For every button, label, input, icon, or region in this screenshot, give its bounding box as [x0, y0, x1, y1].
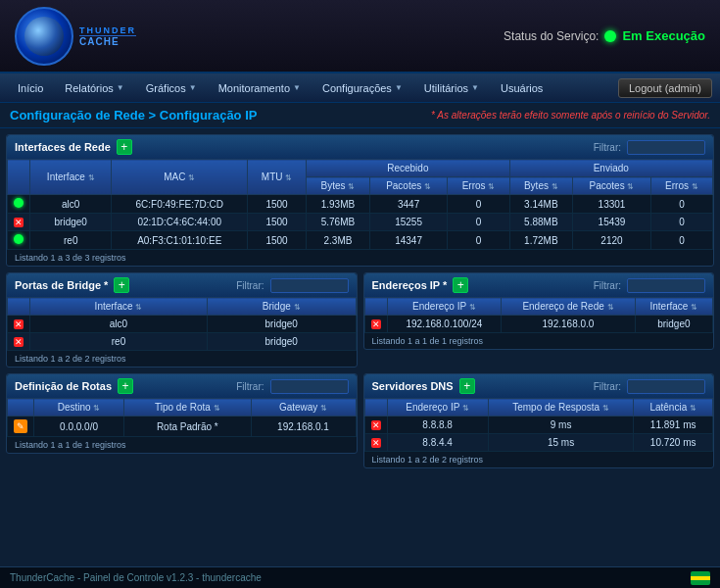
- cell-interface: re0: [30, 333, 208, 351]
- cell-gateway: 192.168.0.1: [251, 416, 356, 437]
- nav-relatorios[interactable]: Relatórios ▼: [55, 78, 133, 98]
- routes-table: Destino ⇅ Tipo de Rota ⇅ Gateway ⇅ ✎ 0.0…: [7, 398, 357, 437]
- cell-rx-packets: 15255: [369, 214, 448, 231]
- caret-icon: ▼: [471, 83, 479, 92]
- ip-header: Endereços IP * + Filtrar:: [364, 273, 714, 297]
- cell-rx-packets: 14347: [369, 231, 448, 250]
- edit-icon[interactable]: ✎: [14, 419, 27, 433]
- caret-icon: ▼: [117, 83, 124, 92]
- cell-latency: 11.891 ms: [634, 416, 713, 434]
- table-row: ✕ 8.8.8.8 9 ms 11.891 ms: [364, 416, 713, 434]
- table-row: ✕ alc0 bridge0: [8, 316, 357, 333]
- footer-text: ThunderCache - Painel de Controle v1.2.3…: [10, 572, 262, 583]
- bridge-panel: Portas de Bridge * + Filtrar: Interface …: [6, 272, 358, 368]
- caret-icon: ▼: [189, 83, 197, 92]
- dns-col: Servidores DNS + Filtrar: Endereço IP ⇅ …: [363, 373, 715, 474]
- cell-tx-packets: 15439: [573, 214, 651, 231]
- logout-button[interactable]: Logout (admin): [618, 78, 712, 98]
- bridge-header: Portas de Bridge * + Filtrar:: [7, 273, 357, 297]
- ip-filter-label: Filtrar:: [594, 280, 621, 291]
- cell-interface: bridge0: [30, 214, 112, 231]
- cell-rx-bytes: 1.93MB: [307, 195, 370, 214]
- logo-area: THUNDER CACHE: [15, 7, 136, 66]
- ip-listing: Listando 1 a 1 de 1 registros: [364, 333, 714, 349]
- status-label: Status do Serviço:: [504, 29, 599, 43]
- cell-ip: 192.168.0.100/24: [387, 316, 502, 333]
- middle-row: Portas de Bridge * + Filtrar: Interface …: [6, 272, 714, 373]
- table-row: re0 A0:F3:C1:01:10:EE 1500 2.3MB 14347 0…: [8, 231, 713, 250]
- footer: ThunderCache - Painel de Controle v1.2.3…: [0, 566, 720, 588]
- cell-mac: A0:F3:C1:01:10:EE: [112, 231, 248, 250]
- bridge-title: Portas de Bridge *: [15, 279, 108, 291]
- cell-rx-errors: 0: [448, 195, 509, 214]
- interfaces-filter-label: Filtrar:: [594, 142, 621, 153]
- cell-response: 15 ms: [488, 434, 634, 452]
- cell-interface: bridge0: [635, 316, 712, 333]
- ip-filter-input[interactable]: [627, 278, 705, 293]
- breadcrumb-bar: Configuração de Rede > Configuração IP *…: [0, 103, 720, 128]
- dns-table: Endereço IP ⇅ Tempo de Resposta ⇅ Latênc…: [364, 398, 714, 452]
- status-icon: ✕: [371, 319, 381, 329]
- status-icon: ✕: [14, 319, 24, 329]
- cell-tx-errors: 0: [650, 214, 712, 231]
- cell-destination: 0.0.0.0/0: [34, 416, 124, 437]
- dns-filter-input[interactable]: [627, 379, 705, 394]
- bridge-filter-input[interactable]: [270, 278, 349, 293]
- routes-filter-input[interactable]: [270, 379, 349, 394]
- dns-panel: Servidores DNS + Filtrar: Endereço IP ⇅ …: [363, 373, 715, 468]
- status-icon: ✕: [371, 438, 381, 448]
- status-indicator: [604, 30, 616, 42]
- status-value: Em Execução: [622, 28, 705, 43]
- routes-filter-label: Filtrar:: [236, 381, 264, 392]
- routes-listing: Listando 1 a 1 de 1 registros: [7, 437, 357, 453]
- interfaces-add-button[interactable]: +: [117, 139, 132, 155]
- nav-configuracoes[interactable]: Configurações ▼: [312, 78, 412, 98]
- bridge-table: Interface ⇅ Bridge ⇅ ✕ alc0 bridge0 ✕ re…: [7, 297, 357, 351]
- interfaces-filter-input[interactable]: [627, 140, 705, 155]
- cell-tx-packets: 2120: [573, 231, 651, 250]
- routes-add-button[interactable]: +: [118, 378, 133, 394]
- cell-rx-errors: 0: [448, 214, 509, 231]
- interfaces-listing: Listando 1 a 3 de 3 registros: [7, 250, 713, 266]
- nav-inicio[interactable]: Início: [8, 78, 53, 98]
- bridge-col: Portas de Bridge * + Filtrar: Interface …: [6, 272, 358, 373]
- breadcrumb: Configuração de Rede > Configuração IP: [10, 108, 257, 122]
- interfaces-table: Interface ⇅ MAC ⇅ MTU ⇅ Recebido Enviado…: [7, 159, 713, 250]
- table-row: ✕ 192.168.0.100/24 192.168.0.0 bridge0: [364, 316, 713, 333]
- nav-graficos[interactable]: Gráficos ▼: [136, 78, 207, 98]
- nav-usuarios[interactable]: Usuários: [491, 78, 552, 98]
- dns-add-button[interactable]: +: [459, 378, 475, 394]
- cell-ip: 8.8.4.4: [387, 434, 488, 452]
- cell-rx-bytes: 2.3MB: [307, 231, 370, 250]
- nav-utilitarios[interactable]: Utilitários ▼: [414, 78, 489, 98]
- brand-top: THUNDER: [79, 25, 136, 35]
- dns-filter-label: Filtrar:: [594, 381, 621, 392]
- nav-monitoramento[interactable]: Monitoramento ▼: [209, 78, 311, 98]
- table-row: ✎ 0.0.0.0/0 Rota Padrão * 192.168.0.1: [8, 416, 357, 437]
- bridge-listing: Listando 1 a 2 de 2 registros: [7, 351, 357, 367]
- status-icon: [14, 198, 24, 208]
- dns-header: Servidores DNS + Filtrar:: [364, 374, 714, 398]
- navbar: Início Relatórios ▼ Gráficos ▼ Monitoram…: [0, 74, 720, 103]
- cell-tx-errors: 0: [650, 195, 712, 214]
- ip-add-button[interactable]: +: [453, 277, 468, 293]
- cell-interface: re0: [30, 231, 112, 250]
- cell-rx-packets: 3447: [369, 195, 448, 214]
- cell-bridge: bridge0: [207, 316, 356, 333]
- top-header: THUNDER CACHE Status do Serviço: Em Exec…: [0, 0, 720, 74]
- table-row: ✕ 8.8.4.4 15 ms 10.720 ms: [364, 434, 713, 452]
- routes-header: Definição de Rotas + Filtrar:: [7, 374, 357, 398]
- cell-rx-errors: 0: [448, 231, 509, 250]
- cell-interface: alc0: [30, 195, 112, 214]
- cell-mac: 6C:F0:49:FE:7D:CD: [112, 195, 248, 214]
- ip-col: Endereços IP * + Filtrar: Endereço IP ⇅ …: [363, 272, 715, 373]
- interfaces-header: Interfaces de Rede + Filtrar:: [7, 135, 713, 159]
- routes-col: Definição de Rotas + Filtrar: Destino ⇅ …: [6, 373, 358, 474]
- ip-table: Endereço IP ⇅ Endereço de Rede ⇅ Interfa…: [364, 297, 714, 333]
- cell-ip: 8.8.8.8: [387, 416, 488, 434]
- flag-icon: [691, 571, 710, 585]
- dns-listing: Listando 1 a 2 de 2 registros: [364, 452, 714, 467]
- breadcrumb-note: * As alterações terão efeito somente apó…: [431, 110, 710, 121]
- interfaces-panel: Interfaces de Rede + Filtrar: Interface …: [6, 134, 714, 267]
- bridge-add-button[interactable]: +: [114, 277, 129, 293]
